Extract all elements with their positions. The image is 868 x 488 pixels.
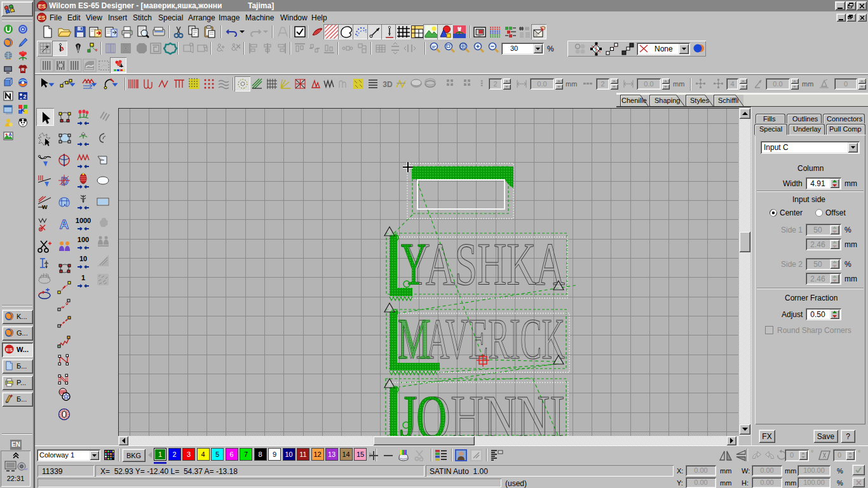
- svg-text:Y: Y: [401, 231, 426, 298]
- svg-text:3D: 3D: [383, 80, 393, 89]
- svg-text:M: M: [398, 306, 431, 371]
- svg-text:ES: ES: [38, 3, 46, 10]
- svg-text:1: 1: [81, 274, 85, 281]
- svg-text:10: 10: [79, 255, 87, 262]
- svg-text:ES: ES: [6, 347, 13, 353]
- svg-text:A: A: [8, 132, 11, 137]
- svg-text:A: A: [60, 217, 69, 231]
- svg-text:ES: ES: [38, 15, 46, 21]
- svg-text:2: 2: [23, 93, 26, 100]
- svg-text:K: K: [21, 107, 25, 113]
- svg-text:1000: 1000: [76, 217, 91, 224]
- svg-text:R: R: [21, 67, 24, 72]
- svg-text:100: 100: [78, 236, 89, 243]
